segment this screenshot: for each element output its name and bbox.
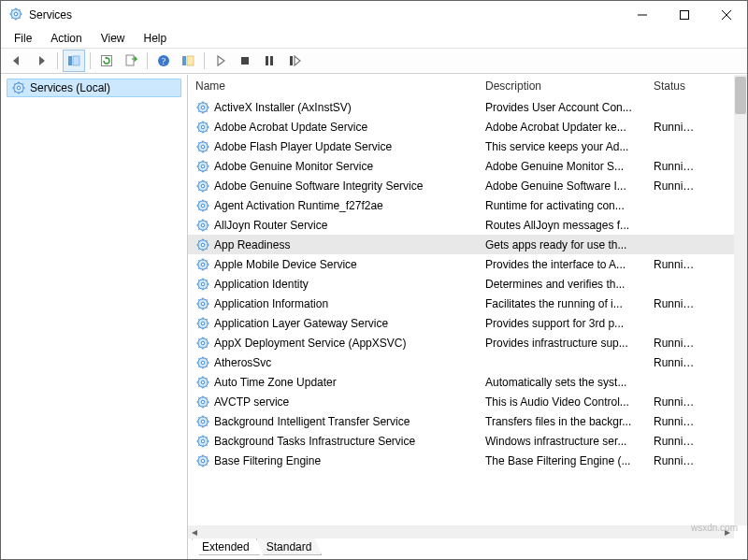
gear-icon [195,257,210,272]
table-row[interactable]: AVCTP serviceThis is Audio Video Control… [188,392,734,411]
service-name: Apple Mobile Device Service [214,258,357,271]
refresh-button[interactable] [95,50,118,72]
service-desc: Adobe Genuine Monitor S... [478,160,646,173]
service-name: Application Identity [214,278,309,291]
watermark: wsxdn.com [691,523,738,533]
table-row[interactable]: Adobe Genuine Software Integrity Service… [188,176,734,195]
table-row[interactable]: AtherosSvcRunning [188,352,734,372]
scrollbar-thumb[interactable] [735,77,746,114]
gear-icon [195,218,210,233]
service-name-cell: App Readiness [188,237,478,252]
table-row[interactable]: App ReadinessGets apps ready for use th.… [188,235,734,254]
table-row[interactable]: AllJoyn Router ServiceRoutes AllJoyn mes… [188,215,734,235]
service-name-cell: AVCTP service [188,395,478,409]
gear-icon [195,434,210,449]
menu-file[interactable]: File [5,30,41,47]
service-name-cell: Apple Mobile Device Service [188,257,478,272]
tree-node-label: Services (Local) [30,81,110,94]
service-desc: Adobe Acrobat Updater ke... [478,121,646,134]
tab-extended[interactable]: Extended [192,538,260,555]
main-pane: Name Description Status ActiveX Installe… [188,75,747,559]
service-name-cell: Adobe Flash Player Update Service [188,139,478,154]
gear-icon [195,159,210,174]
service-name-cell: Base Filtering Engine [188,453,478,468]
svg-rect-18 [187,56,194,65]
service-status: Running [646,121,702,134]
forward-button[interactable] [30,50,52,72]
table-row[interactable]: Adobe Flash Player Update ServiceThis se… [188,136,734,156]
service-name: AppX Deployment Service (AppXSVC) [214,337,406,350]
service-desc: This is Audio Video Control... [478,395,646,409]
col-header-status[interactable]: Status [646,79,702,93]
horizontal-scrollbar[interactable]: ◂ ▸ [188,525,734,538]
pause-service-button[interactable] [258,50,280,72]
back-button[interactable] [6,50,28,72]
properties-button[interactable] [177,50,199,72]
service-desc: Runtime for activating con... [478,199,646,212]
table-row[interactable]: Background Intelligent Transfer ServiceT… [188,411,734,431]
service-name-cell: AllJoyn Router Service [188,218,478,233]
svg-text:?: ? [162,56,166,66]
table-row[interactable]: Adobe Acrobat Update ServiceAdobe Acroba… [188,117,734,136]
table-row[interactable]: ActiveX Installer (AxInstSV)Provides Use… [188,97,734,117]
stop-service-button[interactable] [234,50,256,72]
window-title: Services [29,8,72,22]
gear-icon [11,80,26,95]
svg-rect-10 [680,11,688,20]
table-row[interactable]: Adobe Genuine Monitor ServiceAdobe Genui… [188,156,734,176]
app-gear-icon [8,7,23,24]
service-name-cell: Agent Activation Runtime_f27f2ae [188,198,478,213]
start-service-button[interactable] [209,50,232,72]
service-name-cell: Auto Time Zone Updater [188,375,478,390]
tree-node-services-local[interactable]: Services (Local) [7,79,181,97]
col-header-desc[interactable]: Description [478,79,646,93]
menu-help[interactable]: Help [135,30,177,47]
service-desc: Adobe Genuine Software I... [478,179,646,193]
service-desc: Facilitates the running of i... [478,297,646,310]
table-row[interactable]: Application Layer Gateway ServiceProvide… [188,313,734,333]
service-name-cell: Background Intelligent Transfer Service [188,414,478,429]
scroll-left-icon[interactable]: ◂ [188,525,201,538]
service-name: AllJoyn Router Service [214,219,327,232]
services-list: Name Description Status ActiveX Installe… [188,75,734,525]
table-row[interactable]: Auto Time Zone UpdaterAutomatically sets… [188,372,734,392]
table-row[interactable]: Apple Mobile Device ServiceProvides the … [188,254,734,274]
table-row[interactable]: Base Filtering EngineThe Base Filtering … [188,451,734,470]
tab-standard[interactable]: Standard [256,538,323,555]
menu-action[interactable]: Action [41,30,91,47]
gear-icon [195,237,210,252]
table-row[interactable]: Agent Activation Runtime_f27f2aeRuntime … [188,195,734,215]
service-name: Adobe Genuine Software Integrity Service [214,179,423,193]
nav-tree: Services (Local) [1,75,188,559]
svg-rect-22 [290,56,293,65]
vertical-scrollbar[interactable] [734,75,747,525]
service-name-cell: Adobe Acrobat Update Service [188,120,478,135]
service-name: App Readiness [214,238,290,251]
table-row[interactable]: Background Tasks Infrastructure ServiceW… [188,431,734,451]
service-name-cell: ActiveX Installer (AxInstSV) [188,100,478,115]
service-name: AVCTP service [214,395,289,409]
maximize-button[interactable] [663,2,705,29]
service-name-cell: Background Tasks Infrastructure Service [188,434,478,449]
show-hide-tree-button[interactable] [63,50,85,72]
col-header-name[interactable]: Name [188,79,478,93]
svg-rect-17 [182,56,186,65]
table-row[interactable]: Application InformationFacilitates the r… [188,294,734,313]
restart-service-button[interactable] [282,50,305,72]
gear-icon [195,316,210,331]
service-name: Application Layer Gateway Service [214,317,388,330]
service-desc: Transfers files in the backgr... [478,415,646,428]
service-status: Running [646,435,702,448]
table-row[interactable]: Application IdentityDetermines and verif… [188,274,734,294]
menu-view[interactable]: View [92,30,135,47]
close-button[interactable] [705,2,747,29]
export-list-button[interactable] [120,50,142,72]
service-name: Adobe Genuine Monitor Service [214,160,373,173]
svg-rect-11 [68,56,72,65]
minimize-button[interactable] [621,2,663,29]
table-row[interactable]: AppX Deployment Service (AppXSVC)Provide… [188,333,734,352]
help-button[interactable]: ? [152,50,175,72]
service-name-cell: Application Information [188,296,478,311]
service-status: Running [646,415,702,428]
service-name-cell: Adobe Genuine Software Integrity Service [188,179,478,194]
